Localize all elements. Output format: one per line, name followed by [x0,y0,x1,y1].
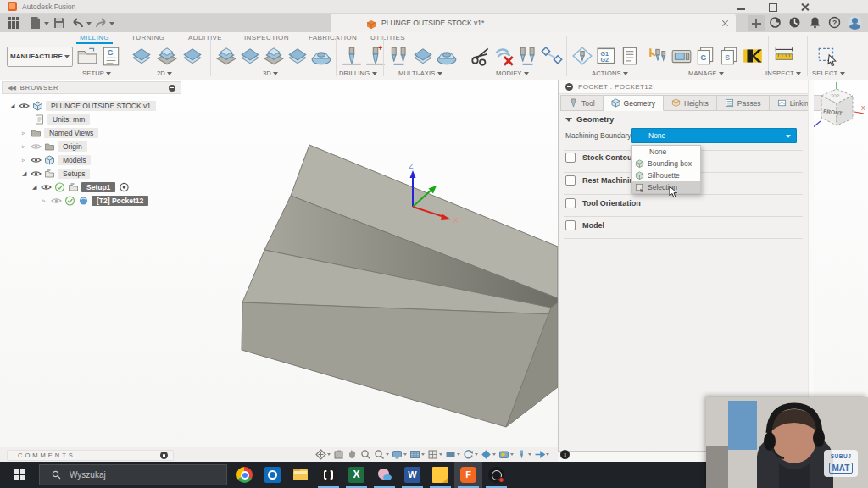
group-label-inspect[interactable]: INSPECT [765,69,801,77]
eye-icon[interactable] [41,182,52,192]
close-button[interactable] [801,3,809,11]
taskbar-app-fusion-360[interactable]: F [454,462,482,488]
steep-and-shallow-icon[interactable] [263,46,285,66]
rest-machining-row[interactable]: Rest Machining [565,175,639,186]
taskbar-app-obs-studio[interactable] [482,462,510,488]
group-label-multiaxis[interactable]: MULTI-AXIS [398,69,442,77]
redo-caret[interactable] [109,22,114,25]
tab-tool[interactable]: Tool [560,95,604,111]
undo-icon[interactable] [71,16,85,30]
tab-geometry[interactable]: Geometry [604,95,664,111]
machine-library-icon[interactable] [670,46,693,66]
redo-icon[interactable] [94,16,108,30]
browser-options-icon[interactable] [169,85,175,92]
save-icon[interactable] [53,16,66,30]
pan-icon[interactable] [347,449,358,460]
new-file-caret[interactable] [44,22,49,25]
tree-row-root[interactable]: ◢ PLUNGE OUTSIDE STOCK v1 [2,99,181,113]
geometry-section-header[interactable]: Geometry [565,114,614,124]
setup-sheet-icon[interactable] [619,46,641,66]
tree-label[interactable]: Origin [58,141,87,152]
tab-inspection[interactable]: INSPECTION [244,34,289,42]
tab-additive[interactable]: ADDITIVE [188,34,222,42]
link-icon[interactable] [541,46,563,66]
2d-pocket-icon[interactable] [156,46,178,66]
group-label-modify[interactable]: MODIFY [496,69,529,77]
new-document-tab-button[interactable] [748,15,765,31]
comments-bar[interactable]: COMMENTS [7,450,174,461]
tab-utilities[interactable]: UTILITIES [370,34,405,42]
steering-wheel-icon[interactable] [315,449,331,460]
tree-row-named-views[interactable]: ▹ Named Views [2,126,181,140]
info-button[interactable]: i [560,450,570,459]
swarf-icon[interactable] [388,46,410,66]
g1g2-simulate-icon[interactable] [595,46,617,66]
document-close-icon[interactable] [721,19,729,27]
maximize-button[interactable] [769,3,776,11]
expand-arrow-icon[interactable]: ◢ [22,170,31,177]
window-selection-icon[interactable] [816,46,838,66]
dialog-scrollbar[interactable] [808,80,814,451]
tab-turning[interactable]: TURNING [131,34,164,42]
cam-plugin-icon[interactable] [742,46,764,66]
tree-row-setups[interactable]: ◢ Setups [2,167,181,180]
start-button[interactable] [0,462,39,488]
post-process-icon[interactable] [571,46,593,66]
display-settings-icon[interactable] [392,449,407,460]
measure-icon[interactable] [773,46,795,66]
group-label-manage[interactable]: MANAGE [688,69,724,77]
zoom-window-icon[interactable] [374,449,389,460]
tree-row-origin[interactable]: ▹ Origin [2,140,181,153]
point-visibility-icon[interactable] [481,449,496,460]
model-row[interactable]: Model [565,220,604,230]
eye-off-icon[interactable] [31,141,42,152]
spiral-icon[interactable] [287,46,309,66]
group-label-3d[interactable]: 3D [263,69,278,77]
tab-fabrication[interactable]: FABRICATION [309,34,357,42]
tab-passes[interactable]: Passes [717,95,770,111]
undo-caret[interactable] [86,22,92,25]
group-label-actions[interactable]: ACTIONS [592,69,628,77]
tree-label[interactable]: PLUNGE OUTSIDE STOCK v1 [46,101,156,111]
tree-label[interactable]: Setups [58,169,90,179]
group-label-select[interactable]: SELECT [812,69,845,77]
minimize-button[interactable] [737,3,745,11]
taskbar-app-paint-3d[interactable] [370,462,398,488]
menu-option-bounding-box[interactable]: Bounding box [632,158,700,169]
tab-heights[interactable]: Heights [664,95,717,111]
rapid-moves-icon[interactable] [534,449,549,460]
trim-icon[interactable] [470,46,492,66]
target-icon[interactable] [119,182,130,192]
tool-orientation-checkbox[interactable] [565,198,576,208]
post-library-icon[interactable] [694,46,716,66]
taskbar-app-excel[interactable]: X [342,462,370,488]
zoom-icon[interactable] [360,449,371,460]
taskbar-app-word[interactable]: W [398,462,426,488]
grid-snaps-icon[interactable] [409,449,425,460]
edit-tool-icon[interactable] [517,46,539,66]
collapse-arrow-icon[interactable]: ▹ [22,157,31,164]
taskbar-app-sticky-notes[interactable] [426,462,454,488]
machining-boundary-select[interactable]: None [631,128,797,143]
tool-visibility-icon[interactable] [516,449,531,460]
dialog-header[interactable]: POCKET : POCKET12 [559,80,814,94]
tool-orientation-row[interactable]: Tool Orientation [565,198,641,208]
expand-arrow-icon[interactable]: ◢ [10,103,19,109]
3d-adaptive-icon[interactable] [215,46,237,66]
tree-label[interactable]: Units: mm [47,114,90,125]
extensions-icon[interactable] [769,16,782,29]
tab-milling[interactable]: MILLING [80,34,109,42]
taskbar-app-outlook[interactable] [259,462,287,488]
morphed-spiral-icon[interactable] [310,46,332,66]
expand-arrow-icon[interactable]: ◢ [32,184,41,191]
user-avatar[interactable] [848,15,862,30]
stock-contours-checkbox[interactable] [565,152,576,163]
tree-label[interactable]: Named Views [44,128,98,138]
rest-machining-checkbox[interactable] [565,175,576,186]
tree-row-pocket12[interactable]: ▹ [T2] Pocket12 [2,194,181,208]
drill-icon[interactable] [341,46,363,66]
menu-option-none[interactable]: None [632,146,700,158]
new-setup-icon[interactable] [76,46,98,66]
3d-pocket-icon[interactable] [239,46,261,66]
section-collapse-icon[interactable] [565,118,572,122]
